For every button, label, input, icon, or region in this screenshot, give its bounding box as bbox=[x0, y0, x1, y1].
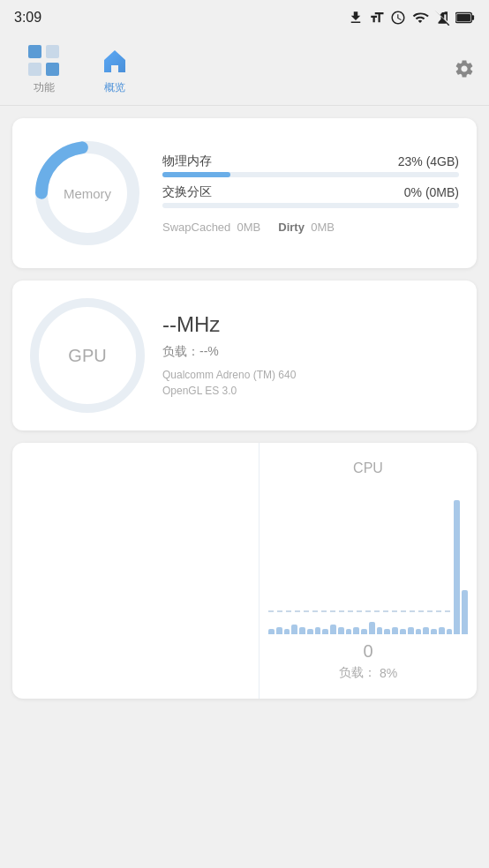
gpu-load-value: --% bbox=[199, 344, 219, 358]
swap-row: 交换分区 0% (0MB) bbox=[162, 184, 459, 208]
cpu-bar bbox=[276, 627, 282, 634]
cpu-bar bbox=[431, 629, 437, 634]
tab-func[interactable]: 功能 bbox=[9, 40, 79, 101]
dirty-item: Dirty 0MB bbox=[278, 221, 335, 234]
gpu-load: 负载：--% bbox=[162, 344, 459, 360]
swap-progress-bg bbox=[162, 203, 459, 208]
gpu-info: --MHz 负载：--% Qualcomm Adreno (TM) 640 Op… bbox=[162, 312, 459, 399]
cpu-title: CPU bbox=[353, 460, 383, 476]
cpu-bar bbox=[307, 629, 313, 634]
cpu-load-row: 负载： 8% bbox=[339, 665, 397, 681]
tab-overview[interactable]: 概览 bbox=[79, 40, 150, 101]
swap-value: 0% (0MB) bbox=[404, 185, 459, 199]
cpu-bar bbox=[315, 627, 321, 634]
status-icons bbox=[348, 10, 475, 26]
cpu-right-panel: CPU 0 负载： 8% bbox=[260, 443, 477, 699]
status-bar: 3:09 bbox=[0, 0, 489, 35]
tab-func-label: 功能 bbox=[34, 80, 55, 95]
func-icon bbox=[28, 45, 60, 77]
signal-icon bbox=[434, 10, 450, 26]
cpu-bar bbox=[400, 629, 406, 634]
physical-label: 物理内存 bbox=[162, 153, 212, 169]
cpu-bar bbox=[353, 627, 359, 634]
cpu-bars bbox=[268, 485, 468, 634]
cpu-counter: 0 bbox=[363, 641, 372, 662]
wifi-icon bbox=[411, 10, 429, 26]
home-icon bbox=[99, 45, 131, 77]
gpu-model-line1: Qualcomm Adreno (TM) 640 bbox=[162, 367, 459, 383]
cpu-bar bbox=[392, 627, 398, 634]
gpu-circle-label: GPU bbox=[68, 346, 106, 366]
cpu-card: CPU 0 负载： 8% bbox=[12, 443, 477, 699]
memory-extra: SwapCached 0MB Dirty 0MB bbox=[162, 221, 459, 234]
cpu-bar bbox=[416, 629, 422, 634]
clock-icon bbox=[390, 10, 406, 26]
swap-cached-value: 0MB bbox=[237, 221, 261, 234]
cpu-bar bbox=[454, 500, 460, 634]
cpu-bar bbox=[338, 627, 344, 634]
cpu-load-label: 负载： bbox=[339, 665, 376, 681]
battery-icon bbox=[455, 11, 475, 24]
cpu-bar bbox=[346, 629, 352, 634]
gpu-card: GPU --MHz 负载：--% Qualcomm Adreno (TM) 64… bbox=[12, 281, 477, 430]
physical-value: 23% (4GB) bbox=[398, 154, 459, 168]
physical-memory-row: 物理内存 23% (4GB) bbox=[162, 153, 459, 177]
download-icon bbox=[348, 10, 364, 26]
memory-card: Memory 物理内存 23% (4GB) 交换分区 0% (0MB) bbox=[12, 118, 477, 268]
physical-progress-bg bbox=[162, 172, 459, 177]
tab-bar: 功能 概览 bbox=[0, 35, 489, 106]
gpu-mhz: --MHz bbox=[162, 312, 459, 337]
swap-cached-label: SwapCached bbox=[162, 221, 230, 234]
cpu-bar bbox=[377, 627, 383, 634]
gpu-model-line2: OpenGL ES 3.0 bbox=[162, 383, 459, 399]
cpu-bar bbox=[291, 625, 297, 634]
cpu-bar bbox=[330, 625, 336, 634]
cpu-bar bbox=[384, 629, 390, 634]
cpu-bar bbox=[462, 590, 468, 634]
svg-rect-1 bbox=[471, 15, 474, 20]
settings-button[interactable] bbox=[454, 58, 475, 83]
cpu-bar bbox=[284, 629, 290, 634]
main-content: Memory 物理内存 23% (4GB) 交换分区 0% (0MB) bbox=[0, 106, 489, 711]
cpu-bar bbox=[361, 629, 367, 634]
cpu-bar bbox=[447, 629, 453, 634]
tab-overview-label: 概览 bbox=[104, 80, 125, 95]
gpu-circle: GPU bbox=[30, 298, 145, 413]
memory-label: Memory bbox=[64, 186, 111, 201]
cpu-bar bbox=[268, 629, 275, 634]
dirty-label: Dirty bbox=[278, 221, 305, 234]
cpu-bar bbox=[408, 627, 414, 634]
swap-label: 交换分区 bbox=[162, 184, 212, 200]
cpu-bar bbox=[322, 629, 328, 634]
cpu-bar bbox=[299, 627, 305, 634]
cpu-load-value: 8% bbox=[380, 666, 397, 680]
cpu-bar bbox=[369, 622, 375, 634]
memory-donut: Memory bbox=[30, 136, 145, 251]
dirty-value: 0MB bbox=[311, 221, 335, 234]
svg-rect-2 bbox=[456, 14, 470, 21]
cpu-bar bbox=[423, 627, 429, 634]
cpu-left-panel bbox=[12, 443, 260, 699]
swap-cached-item: SwapCached 0MB bbox=[162, 221, 260, 234]
status-time: 3:09 bbox=[14, 10, 41, 26]
physical-progress-fill bbox=[162, 172, 230, 177]
gpu-load-label: 负载： bbox=[162, 344, 199, 358]
cpu-bar bbox=[439, 627, 445, 634]
memory-info: 物理内存 23% (4GB) 交换分区 0% (0MB) bbox=[162, 153, 459, 234]
gpu-model: Qualcomm Adreno (TM) 640 OpenGL ES 3.0 bbox=[162, 367, 459, 399]
font-icon bbox=[369, 10, 385, 26]
